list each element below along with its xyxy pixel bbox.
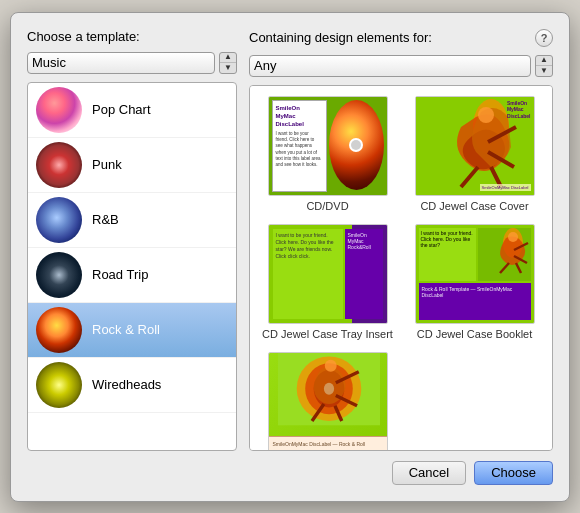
partial-cd-visual: SmileOnMyMac DiscLabel — Rock & Roll bbox=[269, 353, 387, 451]
cd-dvd-visual: SmileOnMyMacDiscLabel I want to be your … bbox=[269, 97, 387, 195]
grid-item-tray[interactable]: I want to be your friend. Click here. Do… bbox=[260, 224, 395, 340]
right-panel-label: Containing design elements for: bbox=[249, 30, 432, 45]
left-panel-label: Choose a template: bbox=[27, 29, 237, 44]
grid-item-partial[interactable]: SmileOnMyMac DiscLabel — Rock & Roll bbox=[260, 352, 395, 451]
thumbnail-rock-roll bbox=[36, 307, 82, 353]
down-arrow-icon-right[interactable]: ▼ bbox=[536, 66, 552, 76]
left-select-arrows[interactable]: ▲ ▼ bbox=[219, 52, 237, 74]
right-select-row: Any CD/DVD CD Jewel Case ▲ ▼ bbox=[249, 55, 553, 77]
right-select-arrows[interactable]: ▲ ▼ bbox=[535, 55, 553, 77]
dialog-footer: Cancel Choose bbox=[27, 451, 553, 485]
thumbnail-wiredheads bbox=[36, 362, 82, 408]
booklet-top-section: I want to be your friend. Click here. Do… bbox=[419, 228, 531, 281]
thumbnail-rb bbox=[36, 197, 82, 243]
booklet-dancer-svg bbox=[478, 228, 531, 278]
jewel-cover-brand: SmileOnMyMacDiscLabel bbox=[507, 100, 531, 120]
grid-item-jewel-cover[interactable]: SmileOnMyMacDiscLabel SmileOnMyMac DiscL… bbox=[407, 96, 542, 212]
thumbnail-pop-chart bbox=[36, 87, 82, 133]
template-item-rb[interactable]: R&B bbox=[28, 193, 236, 248]
tray-visual: I want to be your friend. Click here. Do… bbox=[269, 225, 387, 323]
template-list[interactable]: Pop Chart Punk R&B Road Trip bbox=[27, 82, 237, 451]
tray-right-panel: SmileOnMyMacRock&Roll bbox=[345, 229, 383, 319]
grid-thumb-partial: SmileOnMyMac DiscLabel — Rock & Roll bbox=[268, 352, 388, 451]
right-panel: Containing design elements for: ? Any CD… bbox=[249, 29, 553, 451]
booklet-visual: I want to be your friend. Click here. Do… bbox=[416, 225, 534, 323]
svg-point-13 bbox=[508, 232, 518, 242]
dialog-body: Choose a template: Music Other ▲ ▼ Pop C… bbox=[27, 29, 553, 451]
thumbnail-road-trip bbox=[36, 252, 82, 298]
template-category-select[interactable]: Music Other bbox=[27, 52, 215, 74]
jewel-cover-footer: SmileOnMyMac DiscLabel bbox=[480, 184, 531, 191]
grid-item-booklet[interactable]: I want to be your friend. Click here. Do… bbox=[407, 224, 542, 340]
partial-cd-svg bbox=[269, 353, 388, 438]
grid-thumb-tray: I want to be your friend. Click here. Do… bbox=[268, 224, 388, 324]
template-item-pop-chart[interactable]: Pop Chart bbox=[28, 83, 236, 138]
down-arrow-icon[interactable]: ▼ bbox=[220, 63, 236, 73]
template-grid[interactable]: SmileOnMyMacDiscLabel I want to be your … bbox=[249, 85, 553, 451]
up-arrow-icon[interactable]: ▲ bbox=[220, 53, 236, 63]
template-item-wiredheads[interactable]: Wiredheads bbox=[28, 358, 236, 413]
grid-item-cd-dvd[interactable]: SmileOnMyMacDiscLabel I want to be your … bbox=[260, 96, 395, 212]
template-name-pop-chart: Pop Chart bbox=[92, 102, 151, 117]
tray-left-panel: I want to be your friend. Click here. Do… bbox=[273, 229, 343, 319]
right-header: Containing design elements for: ? bbox=[249, 29, 553, 47]
booklet-top-left: I want to be your friend. Click here. Do… bbox=[419, 228, 476, 281]
help-icon[interactable]: ? bbox=[535, 29, 553, 47]
left-panel: Choose a template: Music Other ▲ ▼ Pop C… bbox=[27, 29, 237, 451]
svg-point-23 bbox=[324, 359, 336, 371]
jewel-cover-visual: SmileOnMyMacDiscLabel SmileOnMyMac DiscL… bbox=[416, 97, 534, 195]
cd-dvd-disc bbox=[329, 100, 384, 190]
cd-dvd-text: SmileOnMyMacDiscLabel I want to be your … bbox=[272, 100, 327, 192]
svg-point-6 bbox=[478, 107, 494, 123]
cancel-button[interactable]: Cancel bbox=[392, 461, 466, 485]
grid-label-booklet: CD Jewel Case Booklet bbox=[417, 328, 533, 340]
grid-thumb-booklet: I want to be your friend. Click here. Do… bbox=[415, 224, 535, 324]
grid-label-cd-dvd: CD/DVD bbox=[306, 200, 348, 212]
template-item-rock-roll[interactable]: Rock & Roll bbox=[28, 303, 236, 358]
booklet-bottom-section: Rock & Roll Template — SmileOnMyMac Disc… bbox=[419, 283, 531, 320]
template-name-punk: Punk bbox=[92, 157, 122, 172]
left-select-row: Music Other ▲ ▼ bbox=[27, 52, 237, 74]
grid-thumb-cd-dvd: SmileOnMyMacDiscLabel I want to be your … bbox=[268, 96, 388, 196]
template-chooser-dialog: Choose a template: Music Other ▲ ▼ Pop C… bbox=[10, 12, 570, 502]
template-name-wiredheads: Wiredheads bbox=[92, 377, 161, 392]
template-name-road-trip: Road Trip bbox=[92, 267, 148, 282]
partial-cd-strip: SmileOnMyMac DiscLabel — Rock & Roll bbox=[269, 436, 387, 451]
booklet-top-right bbox=[478, 228, 531, 281]
template-item-punk[interactable]: Punk bbox=[28, 138, 236, 193]
template-name-rb: R&B bbox=[92, 212, 119, 227]
template-name-rock-roll: Rock & Roll bbox=[92, 322, 160, 337]
grid-thumb-jewel-cover: SmileOnMyMacDiscLabel SmileOnMyMac DiscL… bbox=[415, 96, 535, 196]
template-item-road-trip[interactable]: Road Trip bbox=[28, 248, 236, 303]
choose-button[interactable]: Choose bbox=[474, 461, 553, 485]
design-elements-select[interactable]: Any CD/DVD CD Jewel Case bbox=[249, 55, 531, 77]
grid-label-tray: CD Jewel Case Tray Insert bbox=[262, 328, 393, 340]
up-arrow-icon-right[interactable]: ▲ bbox=[536, 56, 552, 66]
thumbnail-punk bbox=[36, 142, 82, 188]
grid-label-jewel-cover: CD Jewel Case Cover bbox=[420, 200, 528, 212]
